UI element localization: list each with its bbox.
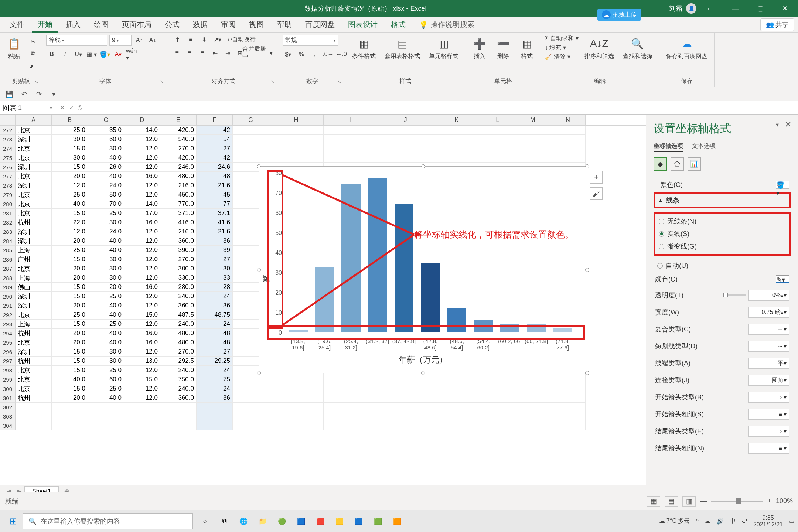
- cell[interactable]: [550, 403, 586, 412]
- start-button[interactable]: ⊞: [4, 513, 23, 529]
- cell[interactable]: [233, 144, 269, 153]
- cell[interactable]: 12.0: [124, 135, 160, 144]
- cell[interactable]: [433, 144, 480, 153]
- tab-insert[interactable]: 插入: [60, 17, 86, 32]
- cell[interactable]: 75: [197, 375, 233, 384]
- cell[interactable]: 25.0: [52, 190, 88, 200]
- cell[interactable]: 深圳: [16, 292, 52, 301]
- cell[interactable]: 12.0: [124, 366, 160, 375]
- cell[interactable]: [52, 412, 88, 421]
- cell[interactable]: 36: [197, 301, 233, 310]
- cell[interactable]: 25.0: [52, 126, 88, 135]
- notifications-icon[interactable]: ▭: [789, 518, 794, 525]
- cell[interactable]: 12.0: [124, 246, 160, 255]
- cap-type-combo[interactable]: 平 ▾: [748, 358, 789, 369]
- col-header[interactable]: M: [515, 115, 550, 125]
- cell[interactable]: 26.0: [88, 163, 124, 172]
- autosum-button[interactable]: Σ 自动求和 ▾: [545, 35, 579, 42]
- cell[interactable]: 216.0: [160, 227, 197, 236]
- cond-format-button[interactable]: ▦条件格式: [349, 35, 379, 62]
- cell[interactable]: 12.0: [52, 181, 88, 190]
- chart-resize-handle[interactable]: [585, 268, 589, 272]
- row-header[interactable]: 289: [0, 283, 16, 292]
- cell[interactable]: [324, 421, 378, 430]
- cell[interactable]: 30.0: [52, 135, 88, 144]
- cell[interactable]: 深圳: [16, 163, 52, 172]
- cell[interactable]: [88, 421, 124, 430]
- cell[interactable]: [433, 412, 480, 421]
- cell[interactable]: 20.0: [52, 273, 88, 283]
- col-header[interactable]: A: [16, 115, 52, 125]
- phonetic-button[interactable]: wén ▾: [126, 50, 137, 59]
- cell[interactable]: [515, 393, 550, 403]
- cell[interactable]: 杭州: [16, 329, 52, 338]
- weather-widget[interactable]: ☁ 7°C 多云: [659, 517, 690, 525]
- cell[interactable]: 240.0: [160, 366, 197, 375]
- cell[interactable]: 12.0: [124, 301, 160, 310]
- cell[interactable]: 25.0: [88, 292, 124, 301]
- cell[interactable]: 30.0: [88, 273, 124, 283]
- cell[interactable]: 270.0: [160, 255, 197, 264]
- tab-chart-design[interactable]: 图表设计: [342, 17, 383, 32]
- increase-font-button[interactable]: A↑: [134, 35, 145, 45]
- cell[interactable]: 佛山: [16, 283, 52, 292]
- cell[interactable]: 20.0: [52, 172, 88, 181]
- cell[interactable]: [378, 403, 433, 412]
- cell[interactable]: 33: [197, 273, 233, 283]
- row-header[interactable]: 293: [0, 320, 16, 329]
- cell[interactable]: 14.0: [124, 126, 160, 135]
- chart-resize-handle[interactable]: [585, 164, 589, 168]
- excel-icon[interactable]: 🟩: [369, 513, 387, 529]
- cell[interactable]: [515, 403, 550, 412]
- cell[interactable]: 20.0: [52, 236, 88, 246]
- row-header[interactable]: 303: [0, 412, 16, 421]
- cell[interactable]: 12.0: [124, 181, 160, 190]
- cell[interactable]: [269, 144, 324, 153]
- cell[interactable]: 12.0: [124, 264, 160, 273]
- cell[interactable]: [233, 421, 269, 430]
- row-header[interactable]: 278: [0, 181, 16, 190]
- tab-help[interactable]: 帮助: [271, 17, 298, 32]
- chart-resize-handle[interactable]: [257, 371, 261, 375]
- cell[interactable]: 40.0: [52, 375, 88, 384]
- app-icon[interactable]: 🟦: [292, 513, 310, 529]
- paste-button[interactable]: 📋 粘贴: [4, 35, 24, 62]
- row-header[interactable]: 301: [0, 393, 16, 403]
- cell[interactable]: [197, 403, 233, 412]
- chart-styles-button[interactable]: 🖌: [590, 187, 603, 200]
- row-header[interactable]: 296: [0, 347, 16, 357]
- explorer-icon[interactable]: 📁: [253, 513, 272, 529]
- cell[interactable]: 42: [197, 126, 233, 135]
- cell[interactable]: [269, 384, 324, 393]
- fill-line-category-icon[interactable]: ◆: [654, 157, 667, 171]
- security-icon[interactable]: 🛡: [741, 518, 747, 525]
- cell[interactable]: 北京: [16, 190, 52, 200]
- cell[interactable]: [433, 384, 480, 393]
- number-launcher[interactable]: ↘: [337, 79, 341, 85]
- row-header[interactable]: 281: [0, 209, 16, 218]
- col-header[interactable]: F: [197, 115, 233, 125]
- cell[interactable]: 48: [197, 172, 233, 181]
- cell[interactable]: [324, 126, 378, 135]
- zoom-in-button[interactable]: +: [767, 497, 771, 505]
- comma-button[interactable]: ,: [309, 50, 320, 59]
- format-cells-button[interactable]: ▦格式: [516, 35, 537, 62]
- line-section-header[interactable]: ▲ 线条: [654, 192, 791, 208]
- cell[interactable]: [480, 384, 515, 393]
- cell[interactable]: [378, 144, 433, 153]
- cell[interactable]: 25.0: [88, 320, 124, 329]
- cell[interactable]: [433, 403, 480, 412]
- qat-redo-button[interactable]: ↷: [33, 89, 44, 99]
- width-input[interactable]: 0.75 磅 ▴▾: [748, 307, 789, 318]
- cell[interactable]: [88, 403, 124, 412]
- cell[interactable]: [550, 144, 586, 153]
- cell[interactable]: 25.0: [88, 366, 124, 375]
- chart-resize-handle[interactable]: [257, 164, 261, 168]
- cell[interactable]: [324, 393, 378, 403]
- cancel-formula-icon[interactable]: ✕: [60, 104, 65, 111]
- cell[interactable]: [269, 412, 324, 421]
- cell[interactable]: 25.0: [88, 209, 124, 218]
- view-normal-button[interactable]: ▦: [647, 496, 660, 507]
- cell[interactable]: 420.0: [160, 153, 197, 163]
- cell[interactable]: 12.0: [124, 384, 160, 393]
